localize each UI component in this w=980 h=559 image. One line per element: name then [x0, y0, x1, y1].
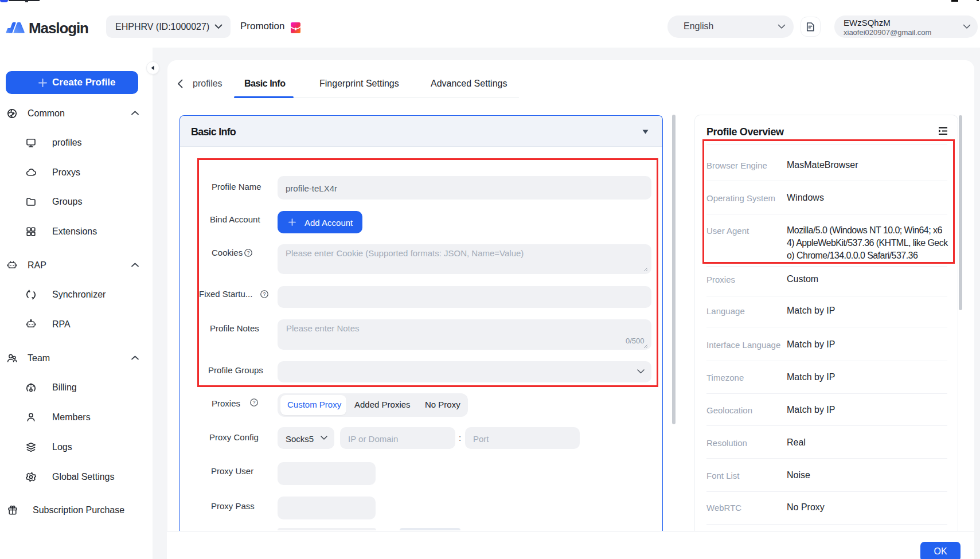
svg-text:?: ?	[253, 400, 256, 405]
